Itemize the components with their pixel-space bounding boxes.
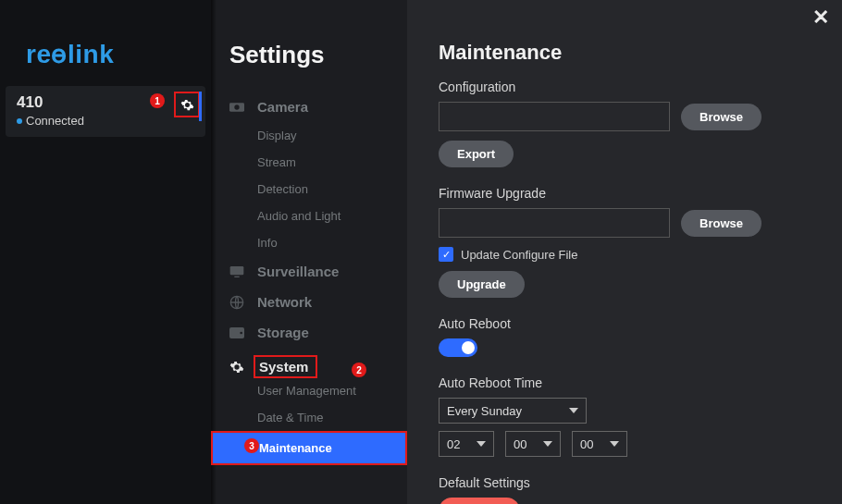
firmware-upgrade-button[interactable]: Upgrade (439, 271, 525, 298)
nav-camera-label: Camera (257, 99, 308, 115)
auto-reboot-frequency-select[interactable]: Every Sunday (439, 398, 587, 424)
auto-reboot-second-select[interactable]: 00 (572, 431, 627, 457)
page-title: Maintenance (439, 41, 842, 65)
gear-icon (229, 360, 244, 375)
settings-title: Settings (211, 41, 407, 69)
annotation-badge-2: 2 (352, 363, 366, 377)
auto-reboot-toggle[interactable] (439, 338, 477, 357)
device-settings-button[interactable] (174, 92, 200, 117)
firmware-browse-button[interactable]: Browse (681, 210, 762, 237)
auto-reboot-time-label: Auto Reboot Time (439, 375, 842, 390)
nav-storage-label: Storage (257, 325, 309, 340)
annotation-badge-3: 3 (244, 438, 259, 453)
device-panel: reɵlink 410 Connected 1 (0, 0, 211, 504)
nav-network-label: Network (257, 294, 312, 310)
close-icon[interactable]: ✕ (812, 6, 829, 30)
maintenance-panel: Maintenance Configuration Browse Export … (407, 0, 842, 504)
default-settings-label: Default Settings (439, 475, 842, 490)
nav-system-label: System (254, 355, 317, 378)
nav-camera-audio-light[interactable]: Audio and Light (211, 203, 407, 229)
monitor-icon (229, 264, 244, 279)
brand-logo: reɵlink (0, 39, 211, 69)
settings-nav: Settings Camera Display Stream Detection… (211, 0, 407, 504)
nav-system-maintenance[interactable]: Maintenance (211, 431, 407, 465)
nav-camera-stream[interactable]: Stream (211, 149, 407, 176)
configuration-label: Configuration (439, 80, 842, 94)
configuration-path-input[interactable] (439, 102, 670, 131)
update-configure-checkbox[interactable]: ✓ (439, 247, 453, 262)
gear-icon (180, 98, 194, 112)
restore-button[interactable]: Restore (439, 498, 520, 504)
svg-point-1 (234, 104, 239, 109)
nav-network[interactable]: Network (211, 287, 407, 317)
firmware-path-input[interactable] (439, 208, 670, 238)
svg-point-6 (240, 331, 242, 334)
annotation-badge-1: 1 (150, 93, 165, 108)
nav-surveillance[interactable]: Surveillance (211, 256, 407, 287)
update-configure-label: Update Configure File (461, 248, 577, 262)
device-card[interactable]: 410 Connected 1 (6, 86, 205, 137)
nav-camera-detection[interactable]: Detection (211, 176, 407, 203)
firmware-label: Firmware Upgrade (439, 186, 842, 201)
nav-surveillance-label: Surveillance (257, 264, 339, 279)
configuration-export-button[interactable]: Export (439, 141, 514, 167)
device-name: 410 (17, 93, 196, 112)
auto-reboot-minute-select[interactable]: 00 (505, 431, 561, 457)
nav-system-date-time[interactable]: Date & Time (211, 404, 407, 431)
nav-camera[interactable]: Camera (211, 92, 407, 122)
nav-camera-display[interactable]: Display (211, 122, 407, 149)
auto-reboot-hour-select[interactable]: 02 (439, 431, 494, 457)
camera-icon (229, 100, 244, 115)
configuration-browse-button[interactable]: Browse (681, 104, 762, 130)
device-status: Connected (17, 114, 196, 128)
storage-icon (229, 326, 244, 340)
svg-rect-3 (234, 276, 239, 277)
nav-camera-info[interactable]: Info (211, 229, 407, 256)
nav-system[interactable]: System (211, 348, 407, 386)
svg-rect-2 (230, 266, 244, 275)
auto-reboot-label: Auto Reboot (439, 316, 842, 331)
globe-icon (229, 295, 244, 310)
nav-storage[interactable]: Storage (211, 317, 407, 348)
